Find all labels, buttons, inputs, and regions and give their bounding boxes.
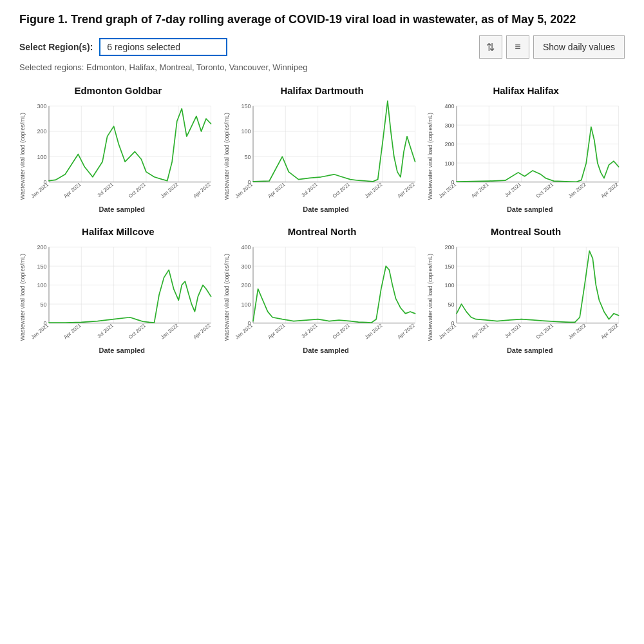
svg-text:Oct 2021: Oct 2021 bbox=[128, 181, 147, 199]
svg-text:Jan 2021: Jan 2021 bbox=[30, 181, 50, 199]
chart-svg-halifax-millcove: 050100150200Jan 2021Apr 2021Jul 2021Oct … bbox=[27, 241, 217, 344]
controls-row: Select Region(s): ⇅ ≡ Show daily values bbox=[19, 35, 625, 59]
x-axis-label-halifax-halifax: Date sampled bbox=[435, 205, 625, 213]
svg-text:Jan 2022: Jan 2022 bbox=[567, 323, 587, 341]
chart-title-montreal-south: Montreal South bbox=[491, 226, 561, 237]
chart-title-montreal-north: Montreal North bbox=[288, 226, 357, 237]
y-axis-label-montreal-south: Wastewater viral load (copies/mL) bbox=[427, 254, 433, 341]
svg-text:100: 100 bbox=[37, 282, 46, 289]
svg-text:Jan 2021: Jan 2021 bbox=[234, 322, 254, 340]
svg-text:Apr 2022: Apr 2022 bbox=[192, 182, 211, 200]
chart-inner-montreal-north: 0100200300400Jan 2021Apr 2021Jul 2021Oct… bbox=[231, 241, 421, 354]
x-axis-label-halifax-dartmouth: Date sampled bbox=[231, 205, 421, 213]
svg-text:Oct 2021: Oct 2021 bbox=[331, 322, 351, 340]
chart-inner-halifax-millcove: 050100150200Jan 2021Apr 2021Jul 2021Oct … bbox=[27, 241, 217, 354]
chart-inner-halifax-halifax: 0100200300400Jan 2021Apr 2021Jul 2021Oct… bbox=[435, 100, 625, 213]
svg-text:100: 100 bbox=[37, 154, 46, 160]
y-axis-label-edmonton-goldbar: Wastewater viral load (copies/mL) bbox=[19, 113, 26, 200]
right-controls: ⇅ ≡ Show daily values bbox=[479, 35, 625, 59]
svg-text:200: 200 bbox=[445, 244, 455, 251]
page-title: Figure 1. Trend graph of 7-day rolling a… bbox=[19, 13, 625, 26]
sort-button[interactable]: ⇅ bbox=[479, 35, 502, 59]
chart-wrap-halifax-dartmouth: Wastewater viral load (copies/mL)0501001… bbox=[223, 100, 421, 213]
svg-text:Apr 2022: Apr 2022 bbox=[192, 323, 211, 341]
svg-text:Jan 2022: Jan 2022 bbox=[363, 182, 383, 200]
svg-text:50: 50 bbox=[244, 154, 251, 160]
svg-text:Jan 2022: Jan 2022 bbox=[567, 182, 587, 200]
svg-text:100: 100 bbox=[445, 160, 455, 167]
chart-svg-halifax-halifax: 0100200300400Jan 2021Apr 2021Jul 2021Oct… bbox=[435, 100, 625, 203]
selected-regions-text: Selected regions: Edmonton, Halifax, Mon… bbox=[19, 62, 625, 72]
chart-wrap-edmonton-goldbar: Wastewater viral load (copies/mL)0100200… bbox=[19, 100, 217, 213]
chart-svg-halifax-dartmouth: 050100150Jan 2021Apr 2021Jul 2021Oct 202… bbox=[231, 100, 421, 203]
chart-title-edmonton-goldbar: Edmonton Goldbar bbox=[74, 85, 162, 96]
svg-text:50: 50 bbox=[41, 301, 47, 308]
svg-text:Jul 2021: Jul 2021 bbox=[504, 181, 523, 198]
y-axis-label-montreal-north: Wastewater viral load (copies/mL) bbox=[223, 254, 230, 341]
chart-inner-halifax-dartmouth: 050100150Jan 2021Apr 2021Jul 2021Oct 202… bbox=[231, 100, 421, 213]
svg-text:Jul 2021: Jul 2021 bbox=[504, 322, 523, 339]
svg-text:300: 300 bbox=[445, 122, 455, 129]
chart-container-edmonton-goldbar: Edmonton GoldbarWastewater viral load (c… bbox=[19, 85, 217, 213]
region-input[interactable] bbox=[99, 38, 227, 56]
svg-text:200: 200 bbox=[241, 282, 251, 289]
region-select-group: Select Region(s): bbox=[19, 38, 227, 56]
chart-container-montreal-north: Montreal NorthWastewater viral load (cop… bbox=[223, 226, 421, 354]
svg-text:100: 100 bbox=[445, 282, 455, 289]
svg-text:300: 300 bbox=[241, 263, 251, 270]
svg-text:Jan 2022: Jan 2022 bbox=[160, 182, 180, 200]
svg-text:50: 50 bbox=[448, 301, 455, 308]
svg-text:400: 400 bbox=[445, 103, 455, 109]
x-axis-label-edmonton-goldbar: Date sampled bbox=[27, 205, 217, 213]
svg-text:Jul 2021: Jul 2021 bbox=[300, 322, 319, 339]
show-daily-button[interactable]: Show daily values bbox=[533, 35, 625, 59]
chart-inner-edmonton-goldbar: 0100200300Jan 2021Apr 2021Jul 2021Oct 20… bbox=[27, 100, 217, 213]
chart-title-halifax-halifax: Halifax Halifax bbox=[493, 85, 559, 96]
svg-text:Apr 2021: Apr 2021 bbox=[62, 181, 82, 199]
svg-text:Jul 2021: Jul 2021 bbox=[96, 322, 115, 339]
svg-text:Jan 2021: Jan 2021 bbox=[438, 322, 458, 340]
svg-text:Oct 2021: Oct 2021 bbox=[535, 322, 555, 340]
charts-grid: Edmonton GoldbarWastewater viral load (c… bbox=[19, 85, 625, 354]
svg-text:150: 150 bbox=[445, 263, 455, 270]
menu-button[interactable]: ≡ bbox=[506, 35, 529, 59]
svg-text:300: 300 bbox=[37, 103, 46, 109]
svg-text:200: 200 bbox=[445, 141, 455, 147]
chart-inner-montreal-south: 050100150200Jan 2021Apr 2021Jul 2021Oct … bbox=[435, 241, 625, 354]
svg-text:150: 150 bbox=[37, 263, 46, 270]
chart-wrap-halifax-millcove: Wastewater viral load (copies/mL)0501001… bbox=[19, 241, 217, 354]
svg-text:200: 200 bbox=[37, 244, 46, 251]
svg-text:Jan 2021: Jan 2021 bbox=[438, 181, 458, 199]
x-axis-label-halifax-millcove: Date sampled bbox=[27, 346, 217, 354]
chart-svg-montreal-south: 050100150200Jan 2021Apr 2021Jul 2021Oct … bbox=[435, 241, 625, 344]
svg-text:100: 100 bbox=[241, 128, 251, 135]
svg-text:Apr 2022: Apr 2022 bbox=[396, 323, 415, 341]
svg-text:Jul 2021: Jul 2021 bbox=[300, 181, 319, 198]
svg-text:Apr 2022: Apr 2022 bbox=[600, 323, 620, 341]
chart-svg-montreal-north: 0100200300400Jan 2021Apr 2021Jul 2021Oct… bbox=[231, 241, 421, 344]
chart-title-halifax-dartmouth: Halifax Dartmouth bbox=[280, 85, 363, 96]
svg-text:Apr 2021: Apr 2021 bbox=[471, 322, 491, 340]
svg-text:Oct 2021: Oct 2021 bbox=[331, 181, 351, 199]
svg-text:100: 100 bbox=[241, 301, 251, 308]
y-axis-label-halifax-millcove: Wastewater viral load (copies/mL) bbox=[19, 254, 26, 341]
svg-text:Apr 2021: Apr 2021 bbox=[267, 322, 287, 340]
svg-text:Apr 2022: Apr 2022 bbox=[600, 182, 620, 200]
region-label: Select Region(s): bbox=[19, 42, 93, 52]
svg-text:Jan 2022: Jan 2022 bbox=[160, 323, 180, 341]
chart-container-halifax-dartmouth: Halifax DartmouthWastewater viral load (… bbox=[223, 85, 421, 213]
svg-text:Jan 2022: Jan 2022 bbox=[363, 323, 383, 341]
svg-text:Jan 2021: Jan 2021 bbox=[30, 322, 50, 340]
svg-text:Jul 2021: Jul 2021 bbox=[96, 181, 115, 198]
svg-text:200: 200 bbox=[37, 128, 46, 135]
y-axis-label-halifax-halifax: Wastewater viral load (copies/mL) bbox=[427, 113, 433, 200]
chart-title-halifax-millcove: Halifax Millcove bbox=[82, 226, 155, 237]
y-axis-label-halifax-dartmouth: Wastewater viral load (copies/mL) bbox=[223, 113, 230, 200]
svg-text:150: 150 bbox=[241, 103, 251, 109]
chart-container-halifax-millcove: Halifax MillcoveWastewater viral load (c… bbox=[19, 226, 217, 354]
chart-wrap-halifax-halifax: Wastewater viral load (copies/mL)0100200… bbox=[427, 100, 625, 213]
svg-text:Apr 2021: Apr 2021 bbox=[62, 322, 82, 340]
chart-wrap-montreal-south: Wastewater viral load (copies/mL)0501001… bbox=[427, 241, 625, 354]
chart-container-montreal-south: Montreal SouthWastewater viral load (cop… bbox=[427, 226, 625, 354]
svg-text:Jan 2021: Jan 2021 bbox=[234, 181, 254, 199]
